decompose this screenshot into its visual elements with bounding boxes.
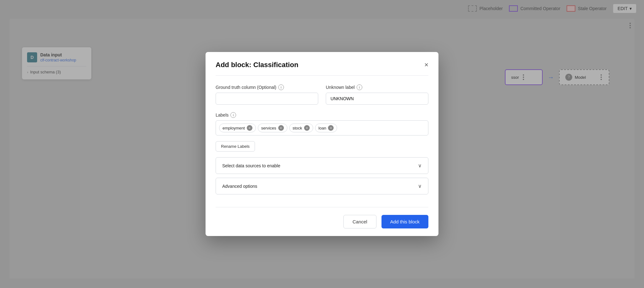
label-tag-stock: stock × [289,124,313,132]
ground-truth-input[interactable] [216,93,318,105]
cancel-button[interactable]: Cancel [343,215,376,228]
select-data-sources-label: Select data sources to enable [222,163,280,168]
advanced-options-label: Advanced options [222,184,257,189]
advanced-options-accordion[interactable]: Advanced options ∨ [216,178,428,194]
label-remove-services[interactable]: × [278,125,284,131]
advanced-options-header[interactable]: Advanced options ∨ [216,178,428,194]
rename-labels-button[interactable]: Rename Labels [216,141,255,152]
labels-label: Labels i [216,112,428,118]
modal-body: Ground truth column (Optional) i Unknown… [206,76,438,207]
select-data-sources-chevron-icon: ∨ [418,163,422,169]
ground-truth-label: Ground truth column (Optional) i [216,84,318,90]
ground-truth-group: Ground truth column (Optional) i [216,84,318,105]
advanced-options-chevron-icon: ∨ [418,183,422,189]
labels-info-icon[interactable]: i [230,112,236,118]
label-remove-stock[interactable]: × [304,125,310,131]
modal-dialog: Add block: Classification × Ground truth… [206,52,438,236]
add-block-button[interactable]: Add this block [381,215,428,228]
unknown-label-group: Unknown label i [326,84,428,105]
select-data-sources-accordion[interactable]: Select data sources to enable ∨ [216,157,428,174]
ground-truth-info-icon[interactable]: i [278,84,284,90]
labels-section: Labels i employment × services × stock × [216,112,428,135]
label-tag-loan: loan × [315,124,337,132]
modal-footer: Cancel Add this block [206,207,438,236]
unknown-label-input[interactable] [326,93,428,105]
unknown-label-label: Unknown label i [326,84,428,90]
label-remove-loan[interactable]: × [328,125,334,131]
label-remove-employment[interactable]: × [247,125,252,131]
modal-header: Add block: Classification × [206,52,438,75]
form-row-top: Ground truth column (Optional) i Unknown… [216,84,428,105]
label-tag-employment: employment × [219,124,256,132]
modal-overlay: Add block: Classification × Ground truth… [0,0,644,288]
modal-close-button[interactable]: × [424,61,428,68]
unknown-label-info-icon[interactable]: i [357,84,362,90]
label-tag-services: services × [258,124,287,132]
select-data-sources-header[interactable]: Select data sources to enable ∨ [216,158,428,174]
labels-input-area[interactable]: employment × services × stock × loan × [216,120,428,135]
modal-title: Add block: Classification [216,61,298,69]
